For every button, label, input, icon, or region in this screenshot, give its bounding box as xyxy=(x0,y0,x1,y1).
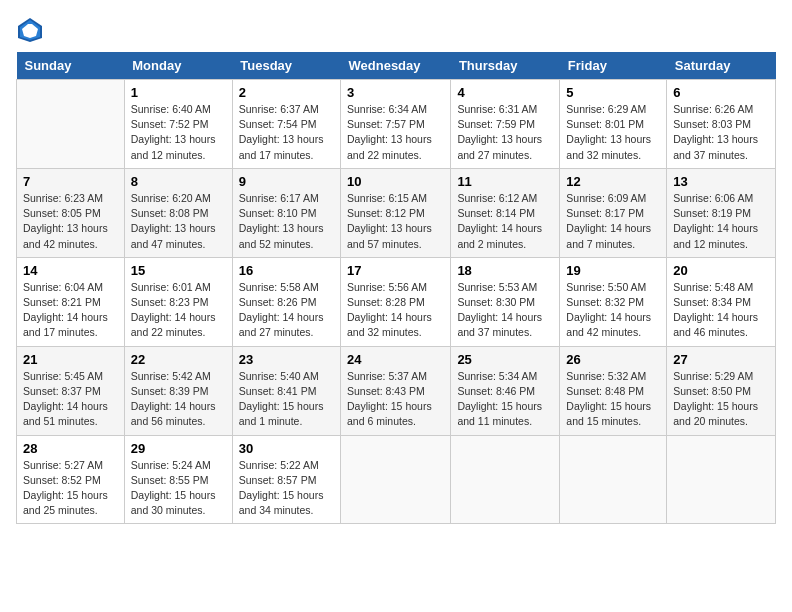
calendar-cell: 3Sunrise: 6:34 AM Sunset: 7:57 PM Daylig… xyxy=(341,80,451,169)
day-number: 30 xyxy=(239,441,334,456)
day-number: 24 xyxy=(347,352,444,367)
calendar-week-2: 7Sunrise: 6:23 AM Sunset: 8:05 PM Daylig… xyxy=(17,168,776,257)
day-number: 4 xyxy=(457,85,553,100)
day-number: 11 xyxy=(457,174,553,189)
day-number: 23 xyxy=(239,352,334,367)
calendar-cell: 24Sunrise: 5:37 AM Sunset: 8:43 PM Dayli… xyxy=(341,346,451,435)
weekday-header-wednesday: Wednesday xyxy=(341,52,451,80)
day-info: Sunrise: 5:42 AM Sunset: 8:39 PM Dayligh… xyxy=(131,369,226,430)
day-info: Sunrise: 5:24 AM Sunset: 8:55 PM Dayligh… xyxy=(131,458,226,519)
day-number: 21 xyxy=(23,352,118,367)
day-info: Sunrise: 6:31 AM Sunset: 7:59 PM Dayligh… xyxy=(457,102,553,163)
day-info: Sunrise: 6:26 AM Sunset: 8:03 PM Dayligh… xyxy=(673,102,769,163)
calendar-cell: 2Sunrise: 6:37 AM Sunset: 7:54 PM Daylig… xyxy=(232,80,340,169)
calendar-cell: 10Sunrise: 6:15 AM Sunset: 8:12 PM Dayli… xyxy=(341,168,451,257)
calendar-cell: 13Sunrise: 6:06 AM Sunset: 8:19 PM Dayli… xyxy=(667,168,776,257)
calendar-cell: 14Sunrise: 6:04 AM Sunset: 8:21 PM Dayli… xyxy=(17,257,125,346)
calendar-cell: 22Sunrise: 5:42 AM Sunset: 8:39 PM Dayli… xyxy=(124,346,232,435)
calendar-cell xyxy=(341,435,451,524)
day-info: Sunrise: 5:29 AM Sunset: 8:50 PM Dayligh… xyxy=(673,369,769,430)
day-info: Sunrise: 5:50 AM Sunset: 8:32 PM Dayligh… xyxy=(566,280,660,341)
day-info: Sunrise: 5:27 AM Sunset: 8:52 PM Dayligh… xyxy=(23,458,118,519)
logo-icon xyxy=(16,16,44,44)
calendar-cell: 21Sunrise: 5:45 AM Sunset: 8:37 PM Dayli… xyxy=(17,346,125,435)
day-info: Sunrise: 6:37 AM Sunset: 7:54 PM Dayligh… xyxy=(239,102,334,163)
weekday-header-sunday: Sunday xyxy=(17,52,125,80)
day-number: 8 xyxy=(131,174,226,189)
day-info: Sunrise: 6:01 AM Sunset: 8:23 PM Dayligh… xyxy=(131,280,226,341)
calendar-table: SundayMondayTuesdayWednesdayThursdayFrid… xyxy=(16,52,776,524)
day-info: Sunrise: 6:06 AM Sunset: 8:19 PM Dayligh… xyxy=(673,191,769,252)
day-number: 2 xyxy=(239,85,334,100)
calendar-body: 1Sunrise: 6:40 AM Sunset: 7:52 PM Daylig… xyxy=(17,80,776,524)
weekday-header-friday: Friday xyxy=(560,52,667,80)
calendar-cell xyxy=(17,80,125,169)
day-info: Sunrise: 6:40 AM Sunset: 7:52 PM Dayligh… xyxy=(131,102,226,163)
calendar-cell: 8Sunrise: 6:20 AM Sunset: 8:08 PM Daylig… xyxy=(124,168,232,257)
page-header xyxy=(16,16,776,44)
weekday-row: SundayMondayTuesdayWednesdayThursdayFrid… xyxy=(17,52,776,80)
calendar-cell: 9Sunrise: 6:17 AM Sunset: 8:10 PM Daylig… xyxy=(232,168,340,257)
calendar-cell: 28Sunrise: 5:27 AM Sunset: 8:52 PM Dayli… xyxy=(17,435,125,524)
calendar-week-4: 21Sunrise: 5:45 AM Sunset: 8:37 PM Dayli… xyxy=(17,346,776,435)
day-number: 9 xyxy=(239,174,334,189)
day-number: 1 xyxy=(131,85,226,100)
calendar-week-5: 28Sunrise: 5:27 AM Sunset: 8:52 PM Dayli… xyxy=(17,435,776,524)
day-info: Sunrise: 6:29 AM Sunset: 8:01 PM Dayligh… xyxy=(566,102,660,163)
day-info: Sunrise: 5:53 AM Sunset: 8:30 PM Dayligh… xyxy=(457,280,553,341)
calendar-cell: 15Sunrise: 6:01 AM Sunset: 8:23 PM Dayli… xyxy=(124,257,232,346)
calendar-cell: 17Sunrise: 5:56 AM Sunset: 8:28 PM Dayli… xyxy=(341,257,451,346)
calendar-cell: 30Sunrise: 5:22 AM Sunset: 8:57 PM Dayli… xyxy=(232,435,340,524)
calendar-cell: 4Sunrise: 6:31 AM Sunset: 7:59 PM Daylig… xyxy=(451,80,560,169)
day-number: 17 xyxy=(347,263,444,278)
day-number: 3 xyxy=(347,85,444,100)
calendar-cell: 12Sunrise: 6:09 AM Sunset: 8:17 PM Dayli… xyxy=(560,168,667,257)
day-number: 26 xyxy=(566,352,660,367)
day-info: Sunrise: 6:04 AM Sunset: 8:21 PM Dayligh… xyxy=(23,280,118,341)
day-info: Sunrise: 5:22 AM Sunset: 8:57 PM Dayligh… xyxy=(239,458,334,519)
day-info: Sunrise: 5:58 AM Sunset: 8:26 PM Dayligh… xyxy=(239,280,334,341)
day-info: Sunrise: 6:12 AM Sunset: 8:14 PM Dayligh… xyxy=(457,191,553,252)
calendar-cell: 1Sunrise: 6:40 AM Sunset: 7:52 PM Daylig… xyxy=(124,80,232,169)
day-number: 27 xyxy=(673,352,769,367)
day-info: Sunrise: 5:40 AM Sunset: 8:41 PM Dayligh… xyxy=(239,369,334,430)
calendar-cell: 26Sunrise: 5:32 AM Sunset: 8:48 PM Dayli… xyxy=(560,346,667,435)
day-info: Sunrise: 6:20 AM Sunset: 8:08 PM Dayligh… xyxy=(131,191,226,252)
day-info: Sunrise: 6:15 AM Sunset: 8:12 PM Dayligh… xyxy=(347,191,444,252)
day-info: Sunrise: 5:45 AM Sunset: 8:37 PM Dayligh… xyxy=(23,369,118,430)
calendar-cell xyxy=(451,435,560,524)
calendar-cell: 11Sunrise: 6:12 AM Sunset: 8:14 PM Dayli… xyxy=(451,168,560,257)
calendar-cell: 29Sunrise: 5:24 AM Sunset: 8:55 PM Dayli… xyxy=(124,435,232,524)
day-number: 6 xyxy=(673,85,769,100)
calendar-cell: 19Sunrise: 5:50 AM Sunset: 8:32 PM Dayli… xyxy=(560,257,667,346)
day-number: 18 xyxy=(457,263,553,278)
day-info: Sunrise: 5:56 AM Sunset: 8:28 PM Dayligh… xyxy=(347,280,444,341)
calendar-cell: 16Sunrise: 5:58 AM Sunset: 8:26 PM Dayli… xyxy=(232,257,340,346)
day-number: 15 xyxy=(131,263,226,278)
calendar-cell xyxy=(560,435,667,524)
calendar-cell: 23Sunrise: 5:40 AM Sunset: 8:41 PM Dayli… xyxy=(232,346,340,435)
day-info: Sunrise: 6:09 AM Sunset: 8:17 PM Dayligh… xyxy=(566,191,660,252)
calendar-week-3: 14Sunrise: 6:04 AM Sunset: 8:21 PM Dayli… xyxy=(17,257,776,346)
weekday-header-thursday: Thursday xyxy=(451,52,560,80)
weekday-header-monday: Monday xyxy=(124,52,232,80)
day-info: Sunrise: 5:37 AM Sunset: 8:43 PM Dayligh… xyxy=(347,369,444,430)
calendar-cell: 5Sunrise: 6:29 AM Sunset: 8:01 PM Daylig… xyxy=(560,80,667,169)
calendar-cell: 25Sunrise: 5:34 AM Sunset: 8:46 PM Dayli… xyxy=(451,346,560,435)
day-info: Sunrise: 6:34 AM Sunset: 7:57 PM Dayligh… xyxy=(347,102,444,163)
day-number: 5 xyxy=(566,85,660,100)
day-number: 12 xyxy=(566,174,660,189)
day-number: 16 xyxy=(239,263,334,278)
logo xyxy=(16,16,48,44)
day-number: 19 xyxy=(566,263,660,278)
day-number: 28 xyxy=(23,441,118,456)
day-number: 10 xyxy=(347,174,444,189)
calendar-cell: 18Sunrise: 5:53 AM Sunset: 8:30 PM Dayli… xyxy=(451,257,560,346)
weekday-header-tuesday: Tuesday xyxy=(232,52,340,80)
day-number: 25 xyxy=(457,352,553,367)
calendar-week-1: 1Sunrise: 6:40 AM Sunset: 7:52 PM Daylig… xyxy=(17,80,776,169)
weekday-header-saturday: Saturday xyxy=(667,52,776,80)
calendar-cell: 7Sunrise: 6:23 AM Sunset: 8:05 PM Daylig… xyxy=(17,168,125,257)
day-info: Sunrise: 6:17 AM Sunset: 8:10 PM Dayligh… xyxy=(239,191,334,252)
day-number: 29 xyxy=(131,441,226,456)
